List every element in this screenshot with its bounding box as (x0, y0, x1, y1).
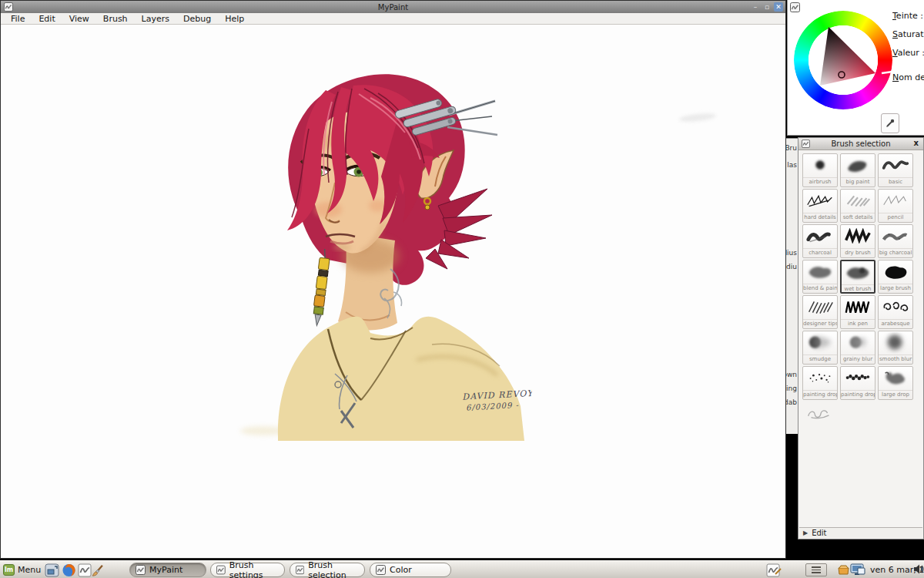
clipped-text: ing (786, 385, 797, 392)
volume-icon[interactable] (913, 563, 924, 575)
brush-window-titlebar[interactable]: Brush selection x (798, 138, 923, 150)
window-title: MyPaint (1, 3, 785, 12)
brush-label: basic (879, 177, 912, 186)
brush-label: big paint (841, 177, 875, 186)
brush-item-basic[interactable]: basic (878, 153, 913, 187)
menu-file[interactable]: File (4, 13, 32, 25)
brush-selection-window: Brush selection x airbrushbig paintbasic… (798, 137, 924, 539)
brush-stroke-preview-icon (879, 154, 912, 177)
show-desktop-icon[interactable] (45, 563, 59, 577)
close-button[interactable]: ✕ (774, 2, 783, 12)
menu-view[interactable]: View (62, 13, 96, 25)
brush-settings-window-edge[interactable]: Bru las dius diu own ing dab (786, 138, 798, 434)
brush-item-painting-drop-2[interactable]: painting drop 2 (840, 366, 875, 400)
display-tray-icon[interactable] (850, 563, 865, 576)
brush-label: charcoal (803, 248, 837, 257)
brush-item-smooth-blur[interactable]: smooth blur (878, 331, 913, 365)
value-label: Valeur : (892, 48, 924, 58)
mypaint-logo-icon (216, 565, 226, 575)
hue-saturation-wheel[interactable] (794, 11, 892, 109)
brush-stroke-preview-icon (842, 261, 874, 284)
painting-canvas[interactable]: DAVID REVOY 6/03/2009 - (2, 25, 785, 557)
updates-tray-icon[interactable] (837, 563, 850, 576)
brush-label: hard details (803, 213, 837, 221)
task-button-mypaint[interactable]: MyPaint (129, 563, 206, 577)
brush-stroke-preview-icon (841, 190, 875, 213)
main-window-titlebar[interactable]: MyPaint – ▫ ✕ (1, 1, 785, 13)
brush-label: wet brush (842, 284, 874, 293)
eyedropper-button[interactable] (881, 113, 899, 133)
brush-item-designer-tips[interactable]: designer tips (802, 295, 838, 329)
minimize-button[interactable]: – (751, 2, 760, 12)
brush-label: smooth blur (879, 355, 912, 363)
brush-item-large-brush[interactable]: large brush (878, 260, 913, 294)
brush-item-big-charcoal[interactable]: big charcoal (878, 224, 913, 258)
close-icon[interactable]: x (914, 139, 919, 147)
expander-arrow-icon: ▶ (803, 529, 808, 536)
task-button-brush-settings[interactable]: Brush settings (210, 563, 285, 577)
paintbrush-icon[interactable] (91, 563, 105, 577)
edit-expander[interactable]: ▶ Edit (799, 527, 922, 538)
brush-stroke-preview-icon (803, 296, 837, 319)
brush-item-grainy-blur[interactable]: grainy blur (840, 331, 875, 365)
menu-brush[interactable]: Brush (96, 13, 135, 25)
brush-label: soft details (841, 213, 875, 221)
brush-stroke-preview-icon (803, 190, 837, 213)
menu-layers[interactable]: Layers (135, 13, 176, 25)
brush-label: large brush (879, 284, 912, 292)
brush-item-hard-details[interactable]: hard details (802, 189, 838, 223)
brush-item-arabesque[interactable]: arabesque (878, 295, 913, 329)
brush-item-ink-pen[interactable]: ink pen (840, 295, 875, 329)
brush-label: designer tips (803, 319, 837, 328)
brush-item-dry-brush[interactable]: dry brush (840, 224, 875, 258)
mypaint-logo-icon (136, 565, 146, 575)
brush-item-wet-brush[interactable]: wet brush (840, 260, 875, 294)
color-window: Teinte : Saturation : Valeur : Nom de la… (787, 0, 924, 136)
brush-label: pencil (879, 213, 912, 221)
brush-label: arabesque (879, 319, 912, 328)
firefox-icon[interactable] (62, 563, 76, 577)
brush-item-painting-drop[interactable]: painting drop (802, 366, 838, 400)
brush-stroke-preview-icon (879, 367, 912, 390)
task-label: Brush settings (229, 560, 284, 578)
mypaint-tray-icon[interactable] (766, 563, 782, 577)
primary-color-swatch[interactable] (832, 114, 873, 134)
brush-item-airbrush[interactable]: airbrush (802, 153, 838, 187)
brush-stroke-preview-icon (803, 331, 837, 355)
sv-triangle[interactable] (794, 11, 892, 109)
brush-item-soft-details[interactable]: soft details (840, 189, 875, 223)
brush-stroke-preview-icon (841, 225, 875, 248)
window-list-button[interactable] (805, 563, 827, 576)
brush-item-smudge[interactable]: smudge (802, 331, 838, 365)
task-button-brush-selection[interactable]: Brush selection (290, 563, 365, 577)
brush-item-extra[interactable] (802, 402, 838, 435)
task-label: MyPaint (149, 565, 182, 575)
brush-item-big-paint[interactable]: big paint (840, 153, 875, 187)
brush-label: blend & paint (803, 284, 837, 292)
task-button-color[interactable]: Color (370, 563, 451, 577)
menu-button-label: Menu (18, 565, 41, 575)
task-label: Color (390, 565, 412, 575)
maximize-button[interactable]: ▫ (762, 2, 772, 12)
brush-item-blend-paint[interactable]: blend & paint (802, 260, 838, 294)
brush-window-title: Brush selection (798, 139, 923, 148)
brush-label: painting drop (803, 390, 837, 398)
menu-edit[interactable]: Edit (32, 13, 62, 25)
clipped-text: las (786, 161, 797, 169)
brush-item-charcoal[interactable]: charcoal (802, 224, 838, 258)
menu-help[interactable]: Help (218, 13, 251, 25)
secondary-color-swatch[interactable] (790, 114, 832, 134)
mypaint-logo-icon (376, 565, 386, 575)
clipped-text: own (786, 371, 797, 378)
task-label: Brush selection (308, 560, 364, 578)
brush-item-large-drop[interactable]: large drop (878, 366, 913, 400)
clipped-text: diu (786, 263, 797, 271)
brush-stroke-preview-icon (841, 367, 875, 390)
menu-debug[interactable]: Debug (176, 13, 218, 25)
taskbar: lm Menu MyPaint (0, 560, 924, 578)
brush-label: dry brush (841, 248, 875, 257)
hue-marker (882, 72, 892, 73)
brush-item-pencil[interactable]: pencil (878, 189, 913, 223)
brush-label: airbrush (803, 177, 837, 186)
mint-menu-button[interactable]: lm Menu (2, 563, 43, 577)
